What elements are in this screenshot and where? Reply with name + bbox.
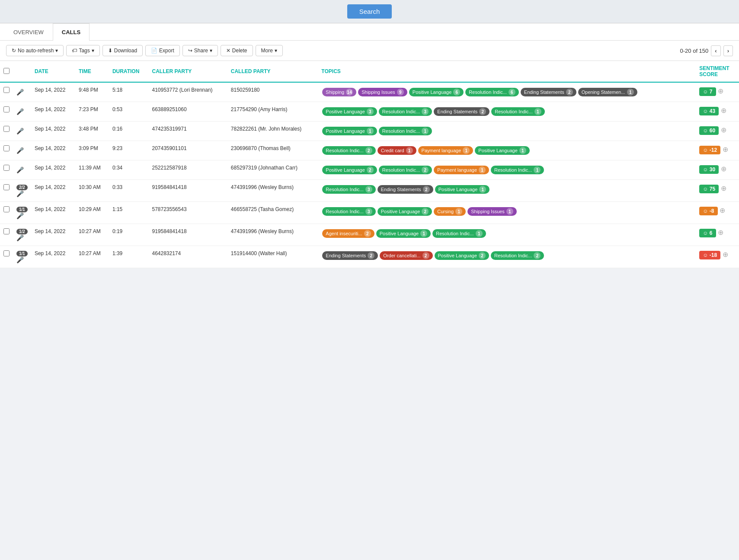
called-party-header: CALLED PARTY [227, 61, 318, 82]
pagination-info: 0-20 of 150 ‹ › [680, 45, 733, 56]
topic-tag[interactable]: Resolution Indic...2 [491, 251, 544, 260]
top-bar: Search [0, 0, 739, 23]
search-button[interactable]: Search [347, 4, 392, 19]
row-duration: 0:34 [109, 160, 149, 180]
expand-row-icon[interactable]: ⊕ [719, 185, 726, 192]
tab-overview[interactable]: OVERVIEW [4, 23, 53, 41]
tag-label: Shipping Issues [471, 209, 505, 214]
topic-tag[interactable]: Shipping Issues1 [467, 207, 517, 216]
tag-label: Agent insecuriti... [326, 231, 362, 236]
tag-count: 3 [367, 108, 374, 115]
topic-tag[interactable]: Resolution Indic...1 [491, 166, 544, 174]
tag-count: 2 [479, 252, 486, 259]
tabs-bar: OVERVIEW CALLS [0, 23, 739, 41]
tag-label: Positive Language [381, 209, 420, 214]
call-badge: 1/1 [16, 207, 28, 212]
row-checkbox[interactable] [3, 184, 10, 190]
tag-label: Resolution Indic... [494, 253, 532, 258]
tag-count: 1 [479, 186, 486, 193]
expand-row-icon[interactable]: ⊕ [720, 146, 728, 153]
topic-tag[interactable]: Order cancellati...2 [380, 251, 432, 260]
topic-tag[interactable]: Positive Language2 [322, 166, 377, 174]
tag-label: Positive Language [326, 109, 365, 114]
row-called: 217754290 (Amy Harris) [227, 102, 318, 122]
topic-tag[interactable]: Cursing1 [434, 207, 466, 216]
table-row: 2/2🎤Sep 14, 202210:30 AM0:33919584841418… [0, 180, 739, 202]
export-button[interactable]: 📄 Export [145, 45, 180, 56]
topic-tag[interactable]: Resolution Indic...1 [432, 229, 486, 238]
prev-page-button[interactable]: ‹ [711, 45, 720, 56]
row-checkbox-cell [0, 180, 13, 202]
expand-row-icon[interactable]: ⊕ [719, 107, 726, 114]
row-icon-cell: 🎤 [13, 102, 31, 122]
select-all-header[interactable] [0, 61, 13, 82]
topic-tag[interactable]: Positive Language1 [435, 185, 490, 194]
topic-tag[interactable]: Positive Language3 [322, 107, 377, 116]
topic-tag[interactable]: Positive Language1 [322, 127, 377, 135]
row-caller: 578723556543 [148, 202, 227, 224]
topic-tag[interactable]: Positive Language6 [409, 88, 464, 96]
topic-tag[interactable]: Shipping14 [322, 88, 356, 96]
topic-tag[interactable]: Payment language1 [434, 166, 489, 174]
tab-calls[interactable]: CALLS [53, 23, 90, 41]
row-checkbox[interactable] [3, 145, 10, 151]
topic-tag[interactable]: Resolution Indic...2 [322, 146, 375, 155]
tag-label: Payment language [422, 148, 461, 153]
row-checkbox[interactable] [3, 106, 10, 112]
topic-tag[interactable]: Opening Statemen...1 [578, 88, 637, 96]
select-all-checkbox[interactable] [3, 68, 10, 74]
row-checkbox[interactable] [3, 228, 10, 234]
topic-tag[interactable]: Positive Language1 [475, 146, 530, 155]
row-checkbox[interactable] [3, 250, 10, 256]
sentiment-badge: ☺ 30 [699, 165, 719, 174]
tag-label: Resolution Indic... [495, 109, 532, 114]
no-auto-refresh-button[interactable]: ↻ No auto-refresh ▾ [6, 45, 64, 56]
topic-tag[interactable]: Positive Language1 [376, 229, 431, 238]
delete-button[interactable]: ✕ Delete [221, 45, 253, 56]
topic-tag[interactable]: Shipping Issues9 [358, 88, 407, 96]
topic-tag[interactable]: Ending Statements2 [377, 185, 433, 194]
expand-row-icon[interactable]: ⊕ [718, 207, 725, 214]
topic-tag[interactable]: Payment language1 [418, 146, 473, 155]
expand-row-icon[interactable]: ⊕ [719, 126, 726, 134]
refresh-icon: ↻ [12, 48, 16, 54]
tag-count: 1 [479, 166, 486, 173]
expand-row-icon[interactable]: ⊕ [716, 229, 723, 236]
topic-tag[interactable]: Ending Statements2 [322, 251, 378, 260]
topic-tag[interactable]: Positive Language2 [435, 251, 489, 260]
topic-tag[interactable]: Resolution Indic...3 [322, 185, 375, 194]
share-button[interactable]: ↪ Share ▾ [182, 45, 218, 56]
download-button[interactable]: ⬇ Download [102, 45, 143, 56]
tag-label: Resolution Indic... [469, 90, 506, 95]
row-checkbox[interactable] [3, 87, 10, 93]
topic-tag[interactable]: Resolution Indic...6 [465, 88, 518, 96]
topic-tag[interactable]: Ending Statements2 [434, 107, 489, 116]
row-checkbox[interactable] [3, 206, 10, 212]
topic-tag[interactable]: Resolution Indic...1 [379, 127, 432, 135]
expand-row-icon[interactable]: ⊕ [719, 165, 726, 173]
expand-row-icon[interactable]: ⊕ [716, 87, 723, 95]
row-sentiment: ☺ 43 ⊕ [696, 102, 739, 122]
more-button[interactable]: More ▾ [256, 45, 283, 56]
topic-tag[interactable]: Positive Language2 [377, 207, 432, 216]
topic-tag[interactable]: Resolution Indic...2 [379, 166, 432, 174]
topic-tag[interactable]: Credit card1 [377, 146, 416, 155]
row-time: 3:48 PM [75, 122, 109, 141]
row-checkbox[interactable] [3, 165, 10, 171]
row-caller: 410953772 (Lori Brennan) [148, 82, 227, 102]
topic-tag[interactable]: Agent insecuriti...2 [322, 229, 374, 238]
share-icon: ↪ [188, 48, 192, 54]
next-page-button[interactable]: › [723, 45, 733, 56]
topic-tag[interactable]: Ending Statements2 [521, 88, 576, 96]
row-checkbox[interactable] [3, 126, 10, 132]
row-sentiment: ☺ 60 ⊕ [696, 122, 739, 141]
row-topics: Resolution Indic...3Ending Statements2Po… [318, 180, 696, 202]
topic-tag[interactable]: Resolution Indic...3 [322, 207, 375, 216]
tags-button[interactable]: 🏷 Tags ▾ [66, 45, 99, 56]
tag-label: Resolution Indic... [326, 187, 363, 192]
topic-tag[interactable]: Resolution Indic...1 [491, 107, 544, 116]
tag-label: Resolution Indic... [326, 209, 363, 214]
topic-tag[interactable]: Resolution Indic...3 [379, 107, 432, 116]
expand-row-icon[interactable]: ⊕ [720, 251, 728, 258]
microphone-icon: 🎤 [16, 128, 24, 134]
